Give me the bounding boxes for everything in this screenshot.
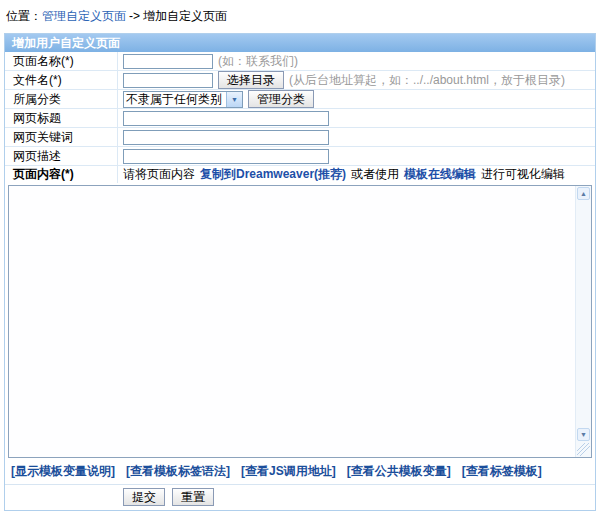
category-label: 所属分类 — [5, 90, 118, 108]
content-hint-pre: 请将页面内容 — [123, 166, 195, 183]
keywords-label: 网页关键词 — [5, 128, 118, 146]
file-name-label: 文件名(*) — [5, 71, 118, 89]
chevron-down-icon: ▼ — [226, 92, 242, 107]
scroll-down-icon[interactable]: ▼ — [577, 428, 590, 441]
content-label: 页面内容(*) — [5, 166, 118, 183]
template-online-edit-link[interactable]: 模板在线编辑 — [404, 166, 476, 183]
admin-page: 位置：管理自定义页面->增加自定义页面 增加用户自定义页面 页面名称(*) (如… — [0, 0, 600, 512]
breadcrumb-arrow: -> — [129, 9, 140, 23]
page-name-label: 页面名称(*) — [5, 52, 118, 70]
editor-scrollbar[interactable]: ▲ ▼ — [575, 186, 591, 457]
file-name-input[interactable] — [123, 73, 213, 88]
footer-links: [显示模板变量说明][查看模板标签语法][查看JS调用地址][查看公共模板变量]… — [5, 458, 595, 485]
description-label: 网页描述 — [5, 147, 118, 165]
page-title-label: 网页标题 — [5, 109, 118, 127]
breadcrumb-prefix: 位置： — [6, 9, 42, 23]
link-view-public-template-variables[interactable]: [查看公共模板变量] — [347, 464, 451, 478]
row-file-name: 文件名(*) 选择目录 (从后台地址算起，如：../../about.html，… — [5, 71, 595, 90]
link-show-template-variables[interactable]: [显示模板变量说明] — [11, 464, 115, 478]
panel-title: 增加用户自定义页面 — [5, 34, 595, 52]
breadcrumb-link-manage-custom-pages[interactable]: 管理自定义页面 — [42, 9, 126, 23]
content-hint-mid: 或者使用 — [351, 166, 399, 183]
category-select[interactable]: 不隶属于任何类别 ▼ — [123, 91, 243, 108]
form-actions: 提交 重置 — [5, 485, 595, 510]
page-name-input[interactable] — [123, 54, 213, 69]
row-keywords: 网页关键词 — [5, 128, 595, 147]
content-textarea[interactable] — [9, 186, 575, 457]
page-name-hint: (如：联系我们) — [218, 53, 298, 70]
row-description: 网页描述 — [5, 147, 595, 166]
file-name-hint: (从后台地址算起，如：../../about.html，放于根目录) — [289, 72, 565, 89]
breadcrumb: 位置：管理自定义页面->增加自定义页面 — [0, 0, 600, 22]
copy-to-dreamweaver-link[interactable]: 复制到Dreamweaver(推荐) — [200, 166, 346, 183]
resize-grip-icon[interactable] — [577, 443, 590, 456]
reset-button[interactable]: 重置 — [172, 488, 214, 506]
row-page-name: 页面名称(*) (如：联系我们) — [5, 52, 595, 71]
choose-directory-button[interactable]: 选择目录 — [218, 71, 284, 89]
submit-button[interactable]: 提交 — [123, 488, 165, 506]
row-category: 所属分类 不隶属于任何类别 ▼ 管理分类 — [5, 90, 595, 109]
row-content: 页面内容(*) 请将页面内容复制到Dreamweaver(推荐)或者使用模板在线… — [5, 166, 595, 183]
category-select-value: 不隶属于任何类别 — [124, 92, 226, 107]
link-view-template-tag-syntax[interactable]: [查看模板标签语法] — [126, 464, 230, 478]
row-page-title: 网页标题 — [5, 109, 595, 128]
link-view-tag-templates[interactable]: [查看标签模板] — [462, 464, 542, 478]
breadcrumb-current: 增加自定义页面 — [143, 9, 227, 23]
add-custom-page-panel: 增加用户自定义页面 页面名称(*) (如：联系我们) 文件名(*) 选择目录 (… — [4, 33, 596, 511]
keywords-input[interactable] — [123, 130, 329, 145]
content-hint-post: 进行可视化编辑 — [481, 166, 565, 183]
content-editor: ▲ ▼ — [8, 185, 592, 458]
description-input[interactable] — [123, 149, 329, 164]
manage-category-button[interactable]: 管理分类 — [248, 90, 314, 108]
page-title-input[interactable] — [123, 111, 329, 126]
scroll-up-icon[interactable]: ▲ — [577, 187, 590, 200]
link-view-js-call-address[interactable]: [查看JS调用地址] — [241, 464, 336, 478]
